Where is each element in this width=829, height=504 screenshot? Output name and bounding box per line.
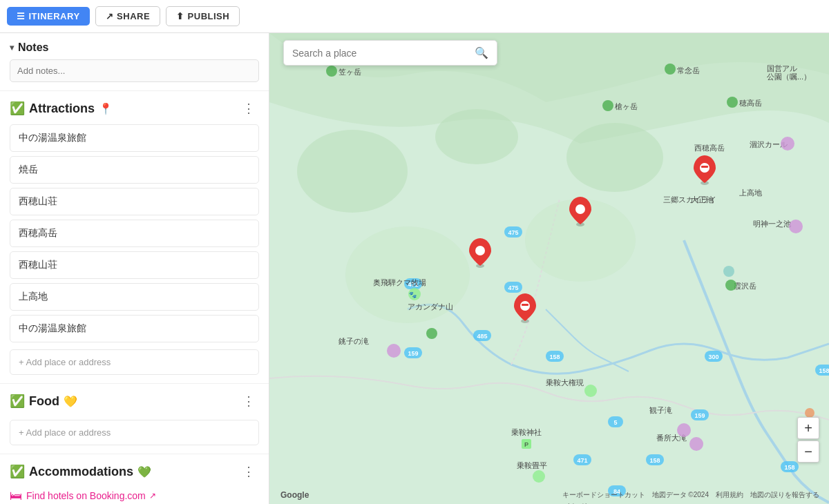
svg-text:三郷スカイライ: 三郷スカイライ: [663, 195, 716, 204]
check-circle-icon-acc: ✅: [10, 464, 25, 479]
svg-text:158: 158: [819, 367, 829, 374]
svg-text:明神一之池: 明神一之池: [753, 220, 791, 228]
map-attribution: キーボードショートカット 地図データ ©2024 利用規約 地図の誤りを報告する: [562, 490, 819, 500]
svg-text:霞沢岳: 霞沢岳: [734, 282, 756, 290]
map-area: 🔍: [269, 33, 829, 504]
sidebar: ▾ Notes ✅ Attractions 📍 ⋮ 中の湯温泉旅館 焼岳 西穂山…: [0, 33, 269, 504]
svg-point-37: [602, 100, 613, 111]
svg-point-44: [781, 137, 794, 151]
food-title: ✅ Food 💛: [10, 394, 77, 409]
publish-icon: ⬆: [176, 11, 184, 21]
svg-point-62: [584, 385, 597, 397]
accommodations-more-button[interactable]: ⋮: [238, 463, 259, 481]
zoom-out-button[interactable]: −: [797, 440, 819, 463]
attractions-pin-icon: 📍: [99, 102, 113, 115]
itinerary-icon: ☰: [17, 11, 26, 21]
attractions-section: ✅ Attractions 📍 ⋮ 中の湯温泉旅館 焼岳 西穂山荘 西穂高岳 西…: [0, 91, 269, 384]
top-bar: ☰ ITINERARY ↗ SHARE ⬆ PUBLISH: [0, 0, 829, 33]
food-icon: 💛: [64, 395, 77, 408]
list-item[interactable]: 焼岳: [10, 156, 259, 184]
accommodations-label: Accommodations: [29, 465, 133, 479]
svg-text:300: 300: [708, 353, 718, 360]
svg-point-78: [475, 246, 485, 255]
food-section: ✅ Food 💛 ⋮ + Add place or address: [0, 384, 269, 454]
attractions-header: ✅ Attractions 📍 ⋮: [10, 99, 259, 117]
accommodations-icon: 💚: [137, 465, 151, 478]
svg-point-1: [297, 130, 408, 213]
svg-text:158: 158: [549, 353, 560, 360]
food-more-button[interactable]: ⋮: [238, 392, 259, 410]
itinerary-button[interactable]: ☰ ITINERARY: [7, 7, 90, 26]
food-add-place-button[interactable]: + Add place or address: [10, 420, 259, 445]
svg-text:奥飛騨クマ牧場: 奥飛騨クマ牧場: [373, 278, 426, 287]
zoom-in-button[interactable]: +: [797, 417, 819, 439]
bed-icon: 🛏: [10, 489, 22, 503]
svg-text:475: 475: [508, 229, 518, 236]
attractions-list: 中の湯温泉旅館 焼岳 西穂山荘 西穂高岳 西穂山荘 上高地 中の湯温泉旅館: [10, 124, 259, 342]
svg-text:159: 159: [408, 350, 418, 357]
list-item[interactable]: 中の湯温泉旅館: [10, 315, 259, 342]
accommodations-section: ✅ Accommodations 💚 ⋮ 🛏 Find hotels on Bo…: [0, 454, 269, 504]
itinerary-label: ITINERARY: [29, 11, 80, 21]
svg-point-71: [689, 437, 703, 451]
svg-point-35: [326, 66, 337, 77]
svg-text:158: 158: [649, 457, 660, 464]
attractions-label: Attractions: [29, 101, 95, 116]
list-item[interactable]: 中の湯温泉旅館: [10, 124, 259, 152]
svg-text:槍ヶ岳: 槍ヶ岳: [615, 102, 638, 110]
notes-input[interactable]: [10, 59, 259, 82]
svg-point-50: [725, 280, 736, 291]
attractions-more-button[interactable]: ⋮: [238, 99, 259, 117]
publish-button[interactable]: ⬆ PUBLISH: [166, 6, 240, 26]
svg-text:P: P: [524, 441, 528, 448]
svg-point-73: [677, 423, 691, 437]
list-item[interactable]: 西穂山荘: [10, 188, 259, 215]
svg-rect-83: [522, 304, 528, 306]
booking-link[interactable]: Find hotels on Booking.com ↗: [26, 487, 156, 504]
svg-point-41: [727, 97, 738, 108]
svg-point-84: [805, 408, 814, 418]
food-header: ✅ Food 💛 ⋮: [10, 392, 259, 410]
share-button[interactable]: ↗ SHARE: [95, 6, 161, 26]
svg-point-39: [665, 64, 676, 75]
notes-section: ▾ Notes: [0, 33, 269, 91]
notes-header: ▾ Notes: [10, 41, 259, 54]
list-item[interactable]: 西穂高岳: [10, 220, 259, 247]
svg-text:485: 485: [477, 333, 487, 340]
svg-text:🐾: 🐾: [409, 291, 417, 299]
food-label: Food: [29, 394, 59, 409]
svg-text:5: 5: [613, 419, 617, 426]
svg-point-58: [426, 328, 437, 339]
list-item[interactable]: 上高地: [10, 283, 259, 311]
list-item[interactable]: 西穂山荘: [10, 251, 259, 279]
svg-rect-76: [701, 166, 708, 168]
share-label: SHARE: [117, 11, 150, 21]
share-icon: ↗: [106, 11, 114, 21]
svg-point-48: [723, 266, 734, 277]
svg-text:475: 475: [508, 284, 518, 291]
svg-point-3: [566, 123, 663, 192]
svg-text:471: 471: [577, 457, 587, 464]
svg-text:常念岳: 常念岳: [677, 66, 700, 75]
notes-title: Notes: [18, 41, 48, 54]
svg-point-67: [533, 470, 545, 483]
svg-point-80: [575, 204, 585, 214]
attractions-add-place-button[interactable]: + Add place or address: [10, 349, 259, 375]
booking-label: Find hotels on Booking.com: [26, 490, 146, 501]
svg-text:アカンダナ山: アカンダナ山: [408, 302, 453, 311]
svg-text:笠ヶ岳: 笠ヶ岳: [339, 68, 361, 76]
map-search-bar: 🔍: [283, 40, 497, 66]
accommodations-title: ✅ Accommodations 💚: [10, 464, 151, 479]
map-search-input[interactable]: [292, 48, 475, 59]
svg-text:乗鞍神社: 乗鞍神社: [511, 428, 542, 436]
svg-text:西穂高岳: 西穂高岳: [694, 144, 725, 152]
publish-label: PUBLISH: [188, 11, 230, 21]
svg-text:乗鞍畳平: 乗鞍畳平: [517, 461, 547, 469]
chevron-down-icon: ▾: [10, 43, 14, 52]
external-link-icon: ↗: [149, 491, 156, 501]
google-logo: Google: [280, 490, 309, 500]
svg-point-53: [789, 220, 803, 233]
svg-text:穂高岳: 穂高岳: [739, 99, 762, 107]
accommodations-bed-icon: 🛏 Find hotels on Booking.com ↗: [10, 487, 259, 504]
check-circle-icon-food: ✅: [10, 394, 25, 409]
